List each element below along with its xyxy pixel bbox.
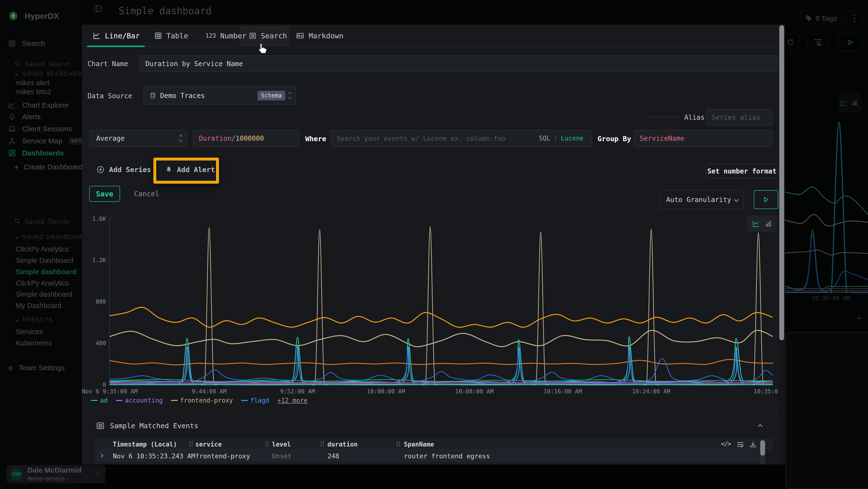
drag-handle-icon[interactable] (321, 441, 324, 448)
tab-number[interactable]: 123 Number (206, 25, 246, 47)
select-updown-icon (179, 135, 182, 141)
database-icon (150, 92, 156, 99)
duration-chart[interactable] (110, 217, 773, 385)
x-tick-label: 10:08:00 AM (426, 388, 523, 395)
alias-label: Alias (684, 113, 705, 121)
chart-type-tabs: Line/Bar Table 123 Number Search (82, 25, 778, 47)
data-source-label: Data Source (88, 92, 132, 100)
x-tick-label: 10:35:00 AM (724, 388, 778, 395)
col-header[interactable]: level (272, 441, 291, 448)
highlight-annotation (153, 157, 219, 184)
series-green-flat (110, 379, 773, 382)
series-ad (110, 337, 773, 382)
screen: HyperDX Search SAVED SEARCHES mikes aler… (0, 0, 868, 489)
granularity-select[interactable]: Auto Granularity (660, 190, 744, 209)
x-tick-label: 9:52:00 AM (249, 388, 346, 395)
sql-toggle[interactable]: SQL (539, 135, 550, 142)
code-view-icon[interactable]: </> (721, 440, 731, 448)
select-updown-icon (289, 92, 291, 99)
tab-markdown[interactable]: Markdown (296, 25, 344, 47)
y-tick-label: 400 (82, 340, 106, 347)
list-icon (249, 32, 256, 39)
scrollbar-track[interactable] (778, 25, 785, 464)
event-row[interactable]: Nov 6 10:35:23.243 AM frontend-proxy Uns… (95, 450, 760, 462)
col-header[interactable]: duration (328, 441, 358, 448)
table-scrollbar-track[interactable] (760, 439, 765, 464)
x-tick-label: 10:24:00 AM (603, 388, 700, 395)
where-label: Where (305, 135, 326, 143)
chevron-down-icon (734, 197, 739, 202)
data-source-select[interactable]: Demo Traces Schema (144, 86, 296, 105)
line-chart-icon (93, 32, 100, 39)
y-tick-label: 0 (82, 381, 106, 388)
legend-item[interactable]: flagd (241, 397, 269, 404)
plus-circle-icon (96, 166, 105, 174)
mouse-cursor (256, 42, 269, 55)
field-token: Duration (199, 135, 231, 142)
save-button[interactable]: Save (89, 186, 120, 202)
series-orange-wave (110, 307, 773, 327)
alias-field[interactable] (707, 109, 773, 125)
y-tick-label: 1.2K (82, 257, 106, 264)
col-header[interactable]: service (195, 441, 222, 448)
drag-handle-icon[interactable] (189, 441, 193, 448)
sample-events-title: Sample Matched Events (110, 422, 198, 430)
query-language-toggle[interactable]: SQL | Lucene (539, 135, 584, 142)
value-token: 1000000 (236, 135, 264, 142)
123-icon: 123 (206, 32, 216, 39)
series-frontend-proxy (110, 330, 773, 347)
x-tick-label: 9:44:00 AM (161, 388, 257, 395)
scrollbar-thumb[interactable] (779, 25, 784, 340)
y-tick-label: 1.6K (82, 215, 106, 222)
sample-events-header: Sample Matched Events (96, 422, 198, 430)
chart-name-field[interactable] (140, 56, 777, 72)
edit-chart-modal: Line/Bar Table 123 Number Search (82, 25, 778, 464)
tab-table[interactable]: Table (154, 25, 188, 47)
run-chart-button[interactable] (754, 190, 778, 209)
chart-legend: ad accounting frontend-proxy flagd +12 m… (91, 397, 308, 404)
list-icon (96, 422, 105, 430)
x-tick-label: 10:16:00 AM (515, 388, 611, 395)
chart-name-input[interactable] (140, 60, 777, 68)
events-table-header: Timestamp (Local) service level duration… (95, 439, 773, 450)
legend-item[interactable]: accounting (116, 397, 163, 404)
alias-input[interactable] (707, 113, 772, 121)
collapse-section-icon[interactable] (758, 424, 763, 429)
legend-more[interactable]: +12 more (277, 397, 307, 404)
active-tab-underline (87, 46, 145, 47)
drag-handle-icon[interactable] (397, 441, 400, 448)
play-icon (763, 196, 770, 203)
cancel-button[interactable]: Cancel (134, 190, 159, 198)
event-row[interactable]: Nov 6 10:35:22.943 AM frontend-proxy Uns… (95, 463, 760, 464)
table-scrollbar-thumb[interactable] (760, 440, 765, 456)
tab-line-bar[interactable]: Line/Bar (93, 25, 140, 47)
add-series-button[interactable]: Add Series (96, 166, 151, 174)
group-by-label: Group By (597, 135, 631, 143)
legend-item[interactable]: ad (91, 397, 107, 404)
group-by-field[interactable]: ServiceName (633, 130, 773, 147)
series-orange-flat (110, 384, 773, 384)
where-search-field[interactable]: SQL | Lucene (331, 130, 592, 147)
lucene-toggle[interactable]: Lucene (561, 135, 584, 142)
x-tick-label: Nov 6 9:35:00 AM (82, 388, 158, 395)
download-icon[interactable] (749, 441, 757, 449)
operator-token: / (231, 135, 236, 142)
aggregation-select[interactable]: Average (89, 130, 187, 147)
x-axis-line (109, 385, 773, 386)
col-header[interactable]: Timestamp (Local) (113, 441, 177, 448)
wrap-text-icon[interactable] (737, 441, 744, 449)
schema-badge: Schema (257, 91, 285, 100)
expand-row-icon[interactable] (100, 454, 103, 458)
field-expression-input[interactable]: Duration/1000000 (193, 130, 299, 147)
set-number-format-button[interactable]: Set number format (706, 164, 778, 178)
col-header[interactable]: SpanName (404, 441, 434, 448)
drag-handle-icon[interactable] (265, 441, 269, 448)
markdown-icon (296, 32, 304, 40)
y-tick-label: 800 (82, 298, 106, 305)
table-icon (154, 32, 162, 39)
chart-name-label: Chart Name (88, 60, 128, 68)
group-by-value: ServiceName (640, 135, 684, 142)
legend-item[interactable]: frontend-proxy (171, 397, 233, 404)
x-tick-label: 10:00:00 AM (338, 388, 434, 395)
data-source-value: Demo Traces (160, 92, 205, 100)
